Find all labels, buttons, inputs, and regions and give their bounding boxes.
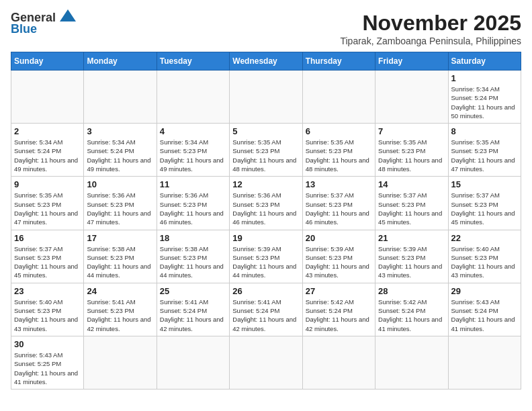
day-number: 10	[87, 179, 153, 189]
empty-cell	[84, 71, 157, 124]
day-cell-7: 7 Sunrise: 5:35 AMSunset: 5:23 PMDayligh…	[375, 124, 448, 177]
day-info: Sunrise: 5:35 AMSunset: 5:23 PMDaylight:…	[378, 138, 445, 173]
logo: General Blue	[11, 11, 77, 36]
day-number: 8	[451, 126, 518, 136]
day-number: 14	[378, 179, 445, 189]
day-cell-5: 5 Sunrise: 5:35 AMSunset: 5:23 PMDayligh…	[230, 124, 302, 177]
header-tuesday: Tuesday	[157, 52, 229, 71]
day-info: Sunrise: 5:36 AMSunset: 5:23 PMDaylight:…	[160, 191, 226, 226]
day-number: 27	[306, 286, 372, 296]
empty-cell	[375, 336, 448, 389]
day-info: Sunrise: 5:34 AMSunset: 5:24 PMDaylight:…	[14, 138, 81, 173]
day-cell-9: 9 Sunrise: 5:35 AMSunset: 5:23 PMDayligh…	[11, 177, 84, 230]
table-row: 30 Sunrise: 5:43 AMSunset: 5:25 PMDaylig…	[11, 336, 521, 389]
day-info: Sunrise: 5:34 AMSunset: 5:23 PMDaylight:…	[160, 138, 226, 173]
day-number: 19	[232, 233, 299, 243]
empty-cell	[448, 336, 521, 389]
day-cell-4: 4 Sunrise: 5:34 AMSunset: 5:23 PMDayligh…	[157, 124, 229, 177]
day-info: Sunrise: 5:34 AMSunset: 5:24 PMDaylight:…	[87, 138, 153, 173]
day-info: Sunrise: 5:37 AMSunset: 5:23 PMDaylight:…	[378, 191, 445, 226]
empty-cell	[375, 71, 448, 124]
logo-blue-text: Blue	[11, 23, 37, 36]
day-info: Sunrise: 5:37 AMSunset: 5:23 PMDaylight:…	[306, 191, 372, 226]
day-number: 22	[451, 233, 518, 243]
day-number: 7	[378, 126, 445, 136]
empty-cell	[230, 71, 302, 124]
empty-cell	[302, 336, 375, 389]
day-cell-6: 6 Sunrise: 5:35 AMSunset: 5:23 PMDayligh…	[302, 124, 375, 177]
day-info: Sunrise: 5:41 AMSunset: 5:24 PMDaylight:…	[160, 298, 226, 333]
empty-cell	[11, 71, 84, 124]
day-number: 20	[306, 233, 372, 243]
day-cell-20: 20 Sunrise: 5:39 AMSunset: 5:23 PMDaylig…	[302, 230, 375, 283]
day-cell-28: 28 Sunrise: 5:42 AMSunset: 5:24 PMDaylig…	[375, 283, 448, 336]
day-info: Sunrise: 5:40 AMSunset: 5:23 PMDaylight:…	[451, 244, 518, 280]
day-cell-14: 14 Sunrise: 5:37 AMSunset: 5:23 PMDaylig…	[375, 177, 448, 230]
day-number: 29	[451, 286, 518, 296]
day-info: Sunrise: 5:38 AMSunset: 5:23 PMDaylight:…	[87, 244, 153, 280]
day-number: 26	[232, 286, 299, 296]
calendar-table: Sunday Monday Tuesday Wednesday Thursday…	[11, 52, 521, 390]
day-number: 21	[378, 233, 445, 243]
day-info: Sunrise: 5:35 AMSunset: 5:23 PMDaylight:…	[232, 138, 299, 173]
page-header: General Blue November 2025 Tiparak, Zamb…	[11, 11, 521, 46]
day-number: 15	[451, 179, 518, 189]
day-cell-21: 21 Sunrise: 5:39 AMSunset: 5:23 PMDaylig…	[375, 230, 448, 283]
header-thursday: Thursday	[302, 52, 375, 71]
day-cell-18: 18 Sunrise: 5:38 AMSunset: 5:23 PMDaylig…	[157, 230, 229, 283]
table-row: 23 Sunrise: 5:40 AMSunset: 5:23 PMDaylig…	[11, 283, 521, 336]
day-number: 3	[87, 126, 153, 136]
day-number: 11	[160, 179, 226, 189]
svg-marker-0	[60, 9, 76, 21]
day-info: Sunrise: 5:38 AMSunset: 5:23 PMDaylight:…	[160, 244, 226, 280]
day-cell-16: 16 Sunrise: 5:37 AMSunset: 5:23 PMDaylig…	[11, 230, 84, 283]
weekday-header-row: Sunday Monday Tuesday Wednesday Thursday…	[11, 52, 521, 71]
empty-cell	[84, 336, 157, 389]
logo-icon	[58, 8, 77, 23]
day-number: 12	[232, 179, 299, 189]
day-cell-29: 29 Sunrise: 5:43 AMSunset: 5:24 PMDaylig…	[448, 283, 521, 336]
header-wednesday: Wednesday	[230, 52, 302, 71]
day-cell-12: 12 Sunrise: 5:36 AMSunset: 5:23 PMDaylig…	[230, 177, 302, 230]
day-cell-25: 25 Sunrise: 5:41 AMSunset: 5:24 PMDaylig…	[157, 283, 229, 336]
day-info: Sunrise: 5:43 AMSunset: 5:24 PMDaylight:…	[451, 298, 518, 333]
day-number: 25	[160, 286, 226, 296]
empty-cell	[157, 336, 229, 389]
table-row: 9 Sunrise: 5:35 AMSunset: 5:23 PMDayligh…	[11, 177, 521, 230]
table-row: 2 Sunrise: 5:34 AMSunset: 5:24 PMDayligh…	[11, 124, 521, 177]
month-title: November 2025	[340, 11, 521, 36]
day-number: 1	[451, 73, 518, 83]
day-number: 4	[160, 126, 226, 136]
day-number: 16	[14, 233, 81, 243]
day-number: 2	[14, 126, 81, 136]
day-info: Sunrise: 5:37 AMSunset: 5:23 PMDaylight:…	[451, 191, 518, 226]
day-number: 24	[87, 286, 153, 296]
day-number: 30	[14, 339, 81, 349]
day-info: Sunrise: 5:39 AMSunset: 5:23 PMDaylight:…	[232, 244, 299, 280]
day-info: Sunrise: 5:41 AMSunset: 5:24 PMDaylight:…	[232, 298, 299, 333]
day-cell-10: 10 Sunrise: 5:36 AMSunset: 5:23 PMDaylig…	[84, 177, 157, 230]
header-friday: Friday	[375, 52, 448, 71]
day-cell-24: 24 Sunrise: 5:41 AMSunset: 5:23 PMDaylig…	[84, 283, 157, 336]
table-row: 16 Sunrise: 5:37 AMSunset: 5:23 PMDaylig…	[11, 230, 521, 283]
day-info: Sunrise: 5:42 AMSunset: 5:24 PMDaylight:…	[378, 298, 445, 333]
day-number: 28	[378, 286, 445, 296]
day-cell-19: 19 Sunrise: 5:39 AMSunset: 5:23 PMDaylig…	[230, 230, 302, 283]
day-info: Sunrise: 5:35 AMSunset: 5:23 PMDaylight:…	[451, 138, 518, 173]
day-number: 9	[14, 179, 81, 189]
day-number: 5	[232, 126, 299, 136]
day-info: Sunrise: 5:41 AMSunset: 5:23 PMDaylight:…	[87, 298, 153, 333]
day-number: 17	[87, 233, 153, 243]
title-section: November 2025 Tiparak, Zamboanga Peninsu…	[340, 11, 521, 46]
day-info: Sunrise: 5:37 AMSunset: 5:23 PMDaylight:…	[14, 244, 81, 280]
day-cell-2: 2 Sunrise: 5:34 AMSunset: 5:24 PMDayligh…	[11, 124, 84, 177]
day-info: Sunrise: 5:36 AMSunset: 5:23 PMDaylight:…	[87, 191, 153, 226]
day-number: 6	[306, 126, 372, 136]
empty-cell	[302, 71, 375, 124]
day-number: 18	[160, 233, 226, 243]
day-cell-23: 23 Sunrise: 5:40 AMSunset: 5:23 PMDaylig…	[11, 283, 84, 336]
day-cell-15: 15 Sunrise: 5:37 AMSunset: 5:23 PMDaylig…	[448, 177, 521, 230]
day-cell-27: 27 Sunrise: 5:42 AMSunset: 5:24 PMDaylig…	[302, 283, 375, 336]
day-cell-30: 30 Sunrise: 5:43 AMSunset: 5:25 PMDaylig…	[11, 336, 84, 389]
header-monday: Monday	[84, 52, 157, 71]
